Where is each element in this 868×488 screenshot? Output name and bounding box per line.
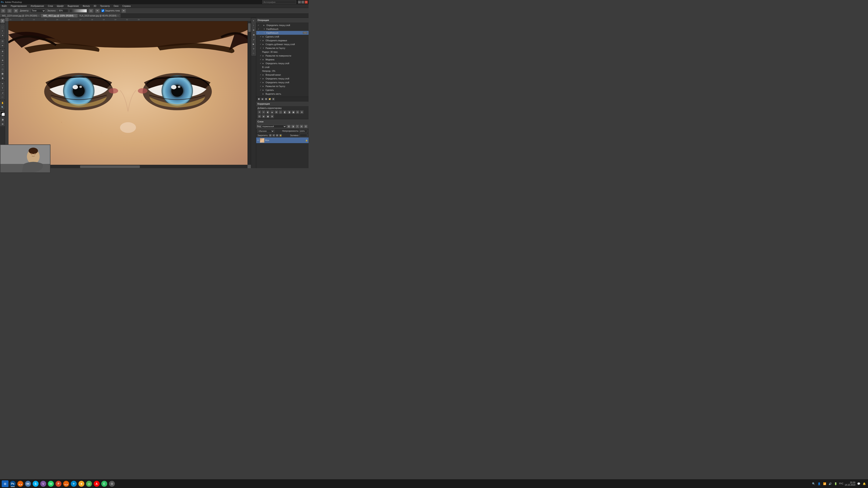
action-row-7[interactable]: Радиус: 30 пикс. [256,50,309,54]
action-row-fr1[interactable]: ✓ ▼ FastRetouch [256,27,309,31]
menu-item-выделение[interactable]: Выделение [67,5,80,7]
hsl-btn[interactable]: ◻ [279,110,282,114]
vertical-scrollbar[interactable] [248,21,251,165]
exposure-input[interactable] [58,9,68,13]
properties-btn[interactable]: ⊙ [252,46,256,51]
invert-btn[interactable]: ⊟ [257,115,261,118]
tool-options-btn3[interactable]: ⊕ [13,9,18,13]
menu-item-шрифт[interactable]: Шрифт [56,5,65,7]
action-row-3[interactable]: ✓ ▶ Сделать слой [256,35,309,38]
hand-tool[interactable]: ✋ [0,101,5,105]
actions-panel-header[interactable]: Операция [256,18,309,23]
action-row-15[interactable]: ✓ ▶ Определить текущ слой [256,80,309,84]
marquee-tool[interactable]: ⬚ [0,24,5,29]
paths-btn[interactable]: ⊿ [252,37,256,41]
eyedropper-tool[interactable]: ✒ [0,43,5,48]
vibrance-btn[interactable]: ⊞ [274,110,278,114]
protect-tones-label[interactable]: Защитить тона [101,9,120,12]
scrollbar-thumb-h[interactable] [80,165,140,168]
curves-btn[interactable]: ◐ [266,110,270,114]
shape-tool[interactable]: □ [0,95,5,99]
black-white-btn[interactable]: ◨ [287,110,291,114]
menu-item-слои[interactable]: Слои [47,5,54,7]
screen-mode-btn[interactable]: ⊞ [0,122,5,126]
color-balance-btn[interactable]: ◧ [283,110,287,114]
exposure-corr-btn[interactable]: ▲ [270,110,274,114]
zoom-tool[interactable]: 🔍 [0,105,5,109]
action-row-16[interactable]: ✓ ▶ Размытие по Гауссу [256,84,309,88]
channel-mixer-btn[interactable]: ⊟ [296,110,300,114]
action-row-8[interactable]: ✓ ▶ Размытие по поверхности [256,54,309,58]
history-brush-tool[interactable]: ↩ [0,63,5,67]
color-lookup-btn[interactable]: ⊕ [300,110,304,114]
actions-btn[interactable]: ▶ [252,42,256,46]
close-button[interactable]: ✕ [305,1,308,4]
healing-brush-tool[interactable]: ⊕ [0,49,5,53]
layer-item-bg[interactable]: 👁 Фон 🔒 [256,137,309,143]
action-row-12[interactable]: Непрозр.: 0% [256,69,309,73]
action-record-btn[interactable]: ⏺ [265,98,268,101]
clone-stamp-tool[interactable]: ⊛ [0,58,5,62]
action-row-1[interactable]: ✓ ▶ Определить текущ слой [256,23,309,27]
threshold-btn[interactable]: ◉ [266,115,270,118]
blend-mode-select[interactable]: Обычное [257,129,274,133]
shadow-dropdown[interactable]: Тени Средние тона Света [31,9,45,13]
color-swatches[interactable] [0,111,5,116]
lasso-tool[interactable]: ⟡ [0,29,5,33]
channels-btn[interactable]: ◑ [252,33,256,37]
text-tool[interactable]: T [0,86,5,90]
lock-paint-btn[interactable]: ✏ [273,134,275,137]
menu-item-изображение[interactable]: Изображение [30,5,45,7]
protect-tones-checkbox[interactable] [101,9,104,12]
action-row-9[interactable]: ✓ ▶ Медиана [256,58,309,61]
action-row-14[interactable]: ✓ ▶ Определить текущ слой [256,77,309,80]
action-row-18[interactable]: ▶ Выделить кисть [256,92,309,96]
action-row-6[interactable]: ✓ ▼ Размытие по Гауссу [256,46,309,50]
search-input[interactable] [262,0,296,4]
menu-item-файл[interactable]: Файл [1,5,8,7]
tool-options-btn2[interactable]: ◻ [7,9,12,13]
tab-1[interactable]: IMG_4822.jpg @ 100% (RGB/8)× [41,14,78,18]
layers-panel-header[interactable]: Слои [256,119,309,124]
brightness-contrast-btn[interactable]: ☀ [257,110,261,114]
pen-tool[interactable]: ✒ [0,82,5,86]
canvas-content[interactable] [8,21,248,165]
action-row-13[interactable]: ✓ ▶ Внешний канал [256,73,309,77]
scrollbar-thumb-v[interactable] [248,23,251,32]
crop-tool[interactable]: ⊡ [0,39,5,43]
action-stop-btn[interactable]: ⏹ [257,98,260,101]
action-row-10[interactable]: ✓ ▶ Определить текущ слой [256,61,309,65]
photo-filter-btn[interactable]: ▣ [291,110,295,114]
layers-icon-btn[interactable]: ⊞ [252,28,256,32]
background-color[interactable] [2,113,5,116]
gradient-map-btn[interactable]: ⊕ [270,115,274,118]
menu-item-просмотр[interactable]: Просмотр [99,5,111,7]
menu-item-редактирование[interactable]: Редактирование [10,5,28,7]
menu-item-окно[interactable]: Окно [113,5,119,7]
layers-btn5[interactable]: ⊟ [304,125,308,128]
tab-0[interactable]: IMG_2224 копия.jpg @ 15% (RGB/8)× [0,14,41,18]
minimize-button[interactable]: — [298,1,301,4]
lock-all-btn[interactable]: 🔒 [279,134,282,137]
lock-position-btn[interactable]: ✙ [276,134,278,137]
quick-mask-btn[interactable]: ◨ [0,117,5,122]
action-row-11[interactable]: В: слой [256,65,309,69]
tool-options-btn1[interactable]: ⊙ [1,9,5,13]
menu-item-справка[interactable]: Справка [121,5,131,7]
menu-item-фильтр[interactable]: Фильтр [82,5,91,7]
layers-btn1[interactable]: ⊞ [287,125,291,128]
action-row-5[interactable]: ✓ ▶ Создать дубликат текущ слой [256,42,309,46]
airbrush-btn[interactable]: ✒ [121,9,126,13]
layers-btn4[interactable]: ⊕ [300,125,304,128]
layers-btn3[interactable]: T [296,125,299,128]
action-delete-btn[interactable]: 🗑 [272,98,275,101]
layer-visibility-bg[interactable]: 👁 [257,139,259,141]
opacity-input[interactable] [300,129,307,133]
exposure-btn1[interactable]: ◎ [89,9,93,13]
move-tool[interactable]: ✦ [0,19,5,23]
brush-tool[interactable]: ✏ [0,54,5,58]
lock-transparency-btn[interactable]: ⊡ [269,134,272,137]
magic-wand-tool[interactable]: ✦ [0,33,5,37]
levels-btn[interactable]: ≡ [262,110,266,114]
action-row-4[interactable]: ✓ ▶ Объединить видимые [256,38,309,42]
